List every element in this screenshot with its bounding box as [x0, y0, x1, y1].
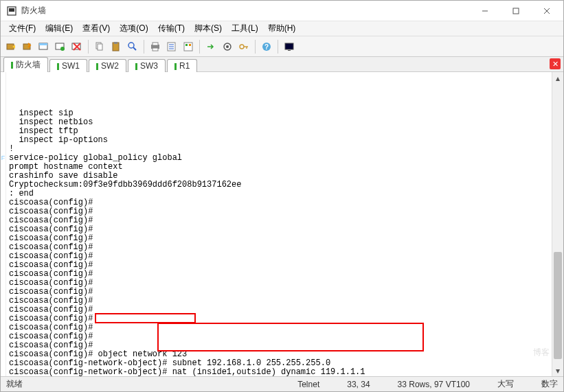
toolbar-connect-icon[interactable] — [3, 39, 19, 54]
toolbar-separator — [278, 40, 278, 54]
toolbar-help-icon[interactable]: ? — [259, 39, 274, 54]
svg-rect-16 — [98, 44, 102, 50]
toolbar-separator — [199, 40, 200, 54]
svg-rect-38 — [285, 43, 293, 49]
maximize-button[interactable] — [500, 1, 531, 21]
toolbar-separator — [255, 40, 256, 54]
app-window: 防火墙 文件(F) 编辑(E) 查看(V) 选项(O) 传输(T) 脚本(S) … — [0, 0, 564, 392]
toolbar-xfer-icon[interactable] — [203, 39, 218, 54]
status-indicator-icon — [57, 63, 59, 70]
menu-transfer[interactable]: 传输(T) — [154, 21, 189, 36]
svg-rect-3 — [513, 8, 519, 14]
toolbar-properties-icon[interactable] — [164, 39, 179, 54]
menu-script[interactable]: 脚本(S) — [190, 21, 226, 36]
minimize-button[interactable] — [469, 1, 500, 21]
toolbar-quickconnect-icon[interactable] — [20, 39, 35, 54]
status-indicator-icon — [11, 62, 13, 69]
terminal-line: Cryptochecksum:09f3e9fdbb3969ddd6f208b91… — [9, 181, 549, 189]
tabbar: 防火墙 SW1 SW2 SW3 R1 ✕ — [1, 57, 563, 72]
tab-r1[interactable]: R1 — [167, 59, 197, 72]
svg-text:?: ? — [264, 43, 269, 51]
left-gutter: F — [1, 72, 6, 376]
toolbar-screen-icon[interactable] — [282, 39, 297, 54]
status-size: 33 Rows, 97 VT100 — [398, 380, 470, 389]
terminal-area: F inspect sip inspect netbios inspect tf… — [1, 72, 563, 376]
toolbar-separator — [88, 40, 89, 54]
svg-rect-29 — [185, 44, 188, 46]
toolbar-find-icon[interactable] — [125, 39, 140, 54]
svg-rect-28 — [184, 43, 192, 51]
tab-sw2[interactable]: SW2 — [89, 59, 126, 72]
toolbar-paste-icon[interactable] — [109, 39, 124, 54]
svg-point-11 — [60, 47, 65, 51]
svg-rect-30 — [189, 44, 191, 46]
toolbar-key-icon[interactable] — [236, 39, 251, 54]
menu-help[interactable]: 帮助(H) — [264, 21, 300, 36]
svg-rect-1 — [9, 8, 14, 12]
tab-label: R1 — [179, 61, 190, 71]
status-indicator-icon — [174, 63, 177, 70]
window-title: 防火墙 — [21, 5, 469, 16]
tab-label: SW1 — [62, 61, 80, 71]
menu-options[interactable]: 选项(O) — [115, 21, 152, 36]
status-indicator-icon — [135, 63, 137, 70]
tab-firewall[interactable]: 防火墙 — [3, 57, 48, 72]
svg-rect-39 — [288, 50, 291, 51]
terminal-line: ciscoasa(config-network-object)# nat (in… — [9, 368, 549, 376]
toolbar-session-icon[interactable] — [36, 39, 52, 54]
scroll-down-icon[interactable]: ▾ — [552, 365, 563, 376]
menubar: 文件(F) 编辑(E) 查看(V) 选项(O) 传输(T) 脚本(S) 工具(L… — [1, 21, 563, 36]
svg-rect-9 — [39, 43, 47, 45]
status-caps: 大写 — [497, 378, 514, 390]
svg-point-32 — [226, 45, 229, 48]
toolbar-disconnect-icon[interactable] — [69, 39, 84, 54]
tab-label: SW3 — [140, 61, 158, 71]
status-protocol: Telnet — [297, 380, 319, 389]
tab-sw3[interactable]: SW3 — [128, 59, 166, 72]
close-button[interactable] — [531, 1, 562, 21]
titlebar: 防火墙 — [1, 1, 563, 21]
scroll-track[interactable] — [552, 84, 563, 365]
tab-label: SW2 — [101, 61, 119, 71]
svg-rect-23 — [153, 48, 158, 51]
menu-view[interactable]: 查看(V) — [78, 21, 114, 36]
menu-edit[interactable]: 编辑(E) — [41, 21, 77, 36]
scroll-up-icon[interactable]: ▴ — [552, 72, 563, 84]
window-controls — [469, 1, 562, 21]
svg-point-33 — [240, 45, 244, 49]
statusbar: 就绪 Telnet 33, 34 33 Rows, 97 VT100 大写 数字 — [1, 376, 563, 391]
toolbar-print-icon[interactable] — [148, 39, 163, 54]
app-icon — [6, 5, 17, 16]
toolbar-settings-icon[interactable] — [220, 39, 235, 54]
tab-sw1[interactable]: SW1 — [49, 59, 87, 72]
tab-close-button[interactable]: ✕ — [550, 58, 561, 69]
toolbar-copy-icon[interactable] — [92, 39, 107, 54]
watermark: 博客 — [533, 347, 550, 358]
menu-file[interactable]: 文件(F) — [5, 21, 40, 36]
status-indicator-icon — [96, 63, 98, 70]
scroll-thumb[interactable] — [554, 252, 562, 358]
tab-label: 防火墙 — [16, 60, 41, 69]
toolbar-reconnect-icon[interactable] — [53, 39, 68, 54]
toolbar-separator — [144, 40, 144, 54]
terminal-line: inspect ip-options — [9, 136, 549, 145]
menu-tools[interactable]: 工具(L) — [227, 21, 262, 36]
status-ready: 就绪 — [6, 378, 23, 390]
status-num: 数字 — [541, 378, 558, 390]
status-cursor-pos: 33, 34 — [347, 380, 370, 389]
vertical-scrollbar[interactable]: ▴ ▾ — [552, 72, 563, 376]
svg-line-20 — [133, 47, 136, 50]
terminal-output[interactable]: inspect sip inspect netbios inspect tftp… — [6, 72, 552, 376]
toolbar-options-icon[interactable] — [181, 39, 196, 54]
svg-point-19 — [128, 43, 134, 48]
terminal-line: inspect netbios — [9, 118, 549, 127]
svg-rect-22 — [153, 43, 158, 45]
svg-rect-18 — [114, 42, 117, 44]
toolbar: ? — [1, 36, 563, 57]
